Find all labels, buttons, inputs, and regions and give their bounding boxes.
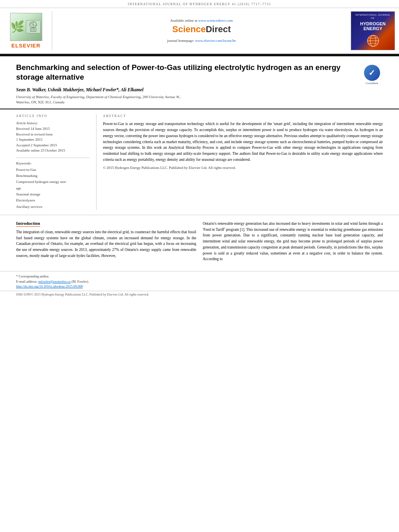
article-info-abstract-section: ARTICLE INFO Article history: Received 1… bbox=[0, 109, 399, 215]
sciencedirect-logo: ScienceDirect bbox=[172, 24, 231, 35]
doi-link[interactable]: http://dx.doi.org/10.1016/j.ijhydene.201… bbox=[16, 284, 83, 288]
corresponding-author-note: * Corresponding author. bbox=[16, 274, 383, 279]
globe-icon bbox=[366, 34, 380, 48]
available-online-text: Available online at www.sciencedirect.co… bbox=[170, 18, 233, 23]
journal-citation: INTERNATIONAL JOURNAL OF HYDROGEN ENERGY… bbox=[128, 2, 271, 6]
crossmark-text: CrossMark bbox=[366, 82, 378, 85]
center-header-block: Available online at www.sciencedirect.co… bbox=[56, 11, 347, 50]
keyword-6: Ancillary services bbox=[16, 204, 90, 210]
elsevier-name-text: ELSEVIER bbox=[11, 43, 40, 49]
email-link[interactable]: mfowler@uwaterloo.ca bbox=[38, 279, 70, 283]
journal-header-bar: INTERNATIONAL JOURNAL OF HYDROGEN ENERGY… bbox=[0, 0, 399, 8]
keyword-4: Seasonal storage bbox=[16, 191, 90, 197]
keyword-2: Benchmarking bbox=[16, 173, 90, 179]
doi-footnote: http://dx.doi.org/10.1016/j.ijhydene.201… bbox=[16, 284, 383, 289]
article-authors: Sean B. Walker, Ushnik Mukherjee, Michae… bbox=[16, 87, 355, 92]
history-label: Article history: bbox=[16, 121, 90, 125]
journal-homepage-line: journal homepage: www.elsevier.com/locat… bbox=[167, 39, 236, 43]
logo-intl-text: International Journal of bbox=[353, 14, 393, 20]
journal-header: ELSEVIER Available online at www.science… bbox=[0, 8, 399, 54]
article-affiliation-line2: Waterloo, ON, N2L 3G1, Canada bbox=[16, 100, 355, 105]
keyword-1: Power-to-Gas bbox=[16, 167, 90, 173]
keyword-5: Electrolyzers bbox=[16, 197, 90, 203]
received-revised-label: Received in revised form bbox=[16, 132, 90, 138]
info-divider bbox=[16, 158, 90, 158]
introduction-section: Introduction The integration of clean, r… bbox=[0, 215, 399, 268]
elsevier-logo-image bbox=[10, 13, 42, 41]
footer-text: 0360-3199/© 2015 Hydrogen Energy Publica… bbox=[16, 293, 149, 296]
logo-hydrogen-text: HYDROGENENERGY bbox=[360, 21, 386, 31]
article-header: Benchmarking and selection of Power-to-G… bbox=[0, 56, 399, 110]
journal-homepage-url[interactable]: www.elsevier.com/locate/he bbox=[195, 39, 236, 43]
keywords-section: Keywords: Power-to-Gas Benchmarking Comp… bbox=[16, 161, 90, 210]
received-revised-date: 1 September 2015 bbox=[16, 137, 90, 143]
article-history-group: Article history: Received 14 June 2015 R… bbox=[16, 121, 90, 154]
abstract-body: Power-to-Gas is an energy storage and tr… bbox=[103, 121, 383, 162]
footnote-section: * Corresponding author. E-mail address: … bbox=[0, 271, 399, 291]
introduction-right: Ontario's renewable energy generation ha… bbox=[203, 221, 383, 262]
received-date-1: Received 14 June 2015 bbox=[16, 126, 90, 132]
abstract-label: ABSTRACT bbox=[103, 114, 383, 118]
accepted-date: Accepted 2 September 2015 bbox=[16, 143, 90, 148]
crossmark-icon: ✓ bbox=[364, 65, 380, 81]
introduction-left: Introduction The integration of clean, r… bbox=[16, 221, 196, 262]
available-online-date: Available online 23 October 2015 bbox=[16, 148, 90, 154]
article-info-column: ARTICLE INFO Article history: Received 1… bbox=[16, 114, 97, 210]
crossmark-badge: ✓ CrossMark bbox=[361, 65, 383, 85]
article-affiliation-line1: University of Waterloo, Faculty of Engin… bbox=[16, 94, 355, 100]
article-info-label: ARTICLE INFO bbox=[16, 114, 90, 118]
introduction-left-text: The integration of clean, renewable ener… bbox=[16, 229, 196, 259]
abstract-column: ABSTRACT Power-to-Gas is an energy stora… bbox=[97, 114, 383, 210]
introduction-title: Introduction bbox=[16, 221, 40, 227]
sciencedirect-url[interactable]: www.sciencedirect.com bbox=[198, 18, 233, 23]
elsevier-logo-block: ELSEVIER bbox=[4, 11, 52, 50]
keyword-3a: Compressed hydrogen energy stor- bbox=[16, 179, 90, 185]
introduction-right-text: Ontario's renewable energy generation ha… bbox=[203, 221, 383, 262]
keyword-3b: age bbox=[16, 185, 90, 191]
article-title-block: Benchmarking and selection of Power-to-G… bbox=[16, 63, 355, 105]
article-title: Benchmarking and selection of Power-to-G… bbox=[16, 63, 355, 82]
copyright-footer: 0360-3199/© 2015 Hydrogen Energy Publica… bbox=[0, 291, 399, 298]
email-footnote: E-mail address: mfowler@uwaterloo.ca (M.… bbox=[16, 279, 383, 284]
hydrogen-energy-logo: International Journal of HYDROGENENERGY bbox=[351, 11, 395, 50]
abstract-copyright: © 2015 Hydrogen Energy Publications LLC.… bbox=[103, 166, 383, 170]
keywords-label: Keywords: bbox=[16, 161, 90, 165]
